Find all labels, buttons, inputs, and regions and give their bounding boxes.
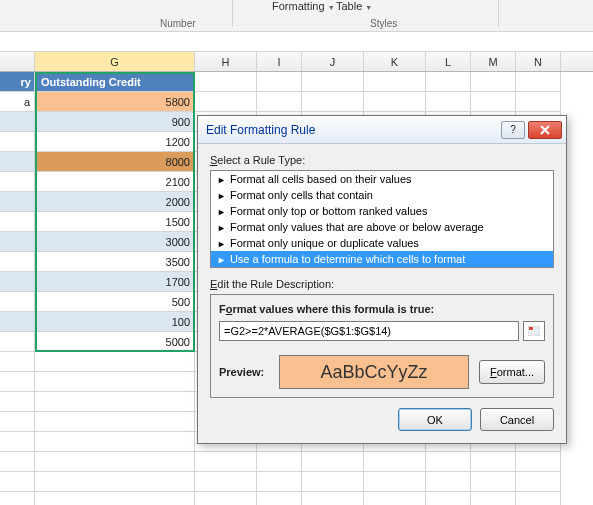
svg-rect-1 bbox=[529, 327, 533, 330]
table-cell-left[interactable] bbox=[0, 312, 35, 332]
table-cell-left[interactable] bbox=[0, 152, 35, 172]
rule-type-list[interactable]: ►Format all cells based on their values►… bbox=[210, 170, 554, 268]
formula-bar[interactable] bbox=[0, 32, 593, 52]
table-cell-credit[interactable]: 500 bbox=[35, 292, 195, 312]
table-header-outstanding-credit: Outstanding Credit bbox=[35, 72, 195, 92]
table-cell-left[interactable] bbox=[0, 192, 35, 212]
edit-formatting-rule-dialog: Edit Formatting Rule ? Select a Rule Typ… bbox=[197, 115, 567, 444]
table-cell-left[interactable] bbox=[0, 132, 35, 152]
table-cell-left[interactable] bbox=[0, 112, 35, 132]
select-rule-type-label: Select a Rule Type: bbox=[210, 154, 554, 166]
range-selector-button[interactable] bbox=[523, 321, 545, 341]
dialog-title: Edit Formatting Rule bbox=[206, 123, 501, 137]
ribbon: Formatting ▼ Table ▼ Number Styles bbox=[0, 0, 593, 32]
table-cell-credit[interactable]: 2100 bbox=[35, 172, 195, 192]
conditional-formatting-button[interactable]: Formatting ▼ bbox=[268, 0, 339, 12]
table-cell-left[interactable] bbox=[0, 272, 35, 292]
rule-type-item[interactable]: ►Format only top or bottom ranked values bbox=[211, 203, 553, 219]
table-cell-credit[interactable]: 2000 bbox=[35, 192, 195, 212]
col-header-J[interactable]: J bbox=[302, 52, 364, 71]
table-cell-credit[interactable]: 1200 bbox=[35, 132, 195, 152]
ribbon-group-styles: Styles bbox=[370, 18, 397, 29]
col-header-G[interactable]: G bbox=[35, 52, 195, 71]
rule-type-item[interactable]: ►Format all cells based on their values bbox=[211, 171, 553, 187]
svg-rect-4 bbox=[534, 331, 539, 335]
table-cell-left[interactable] bbox=[0, 232, 35, 252]
table-cell-credit[interactable]: 5000 bbox=[35, 332, 195, 352]
help-button[interactable]: ? bbox=[501, 121, 525, 139]
collapse-dialog-icon bbox=[528, 326, 540, 336]
preview-sample: AaBbCcYyZz bbox=[279, 355, 469, 389]
ribbon-group-number: Number bbox=[160, 18, 196, 29]
svg-rect-2 bbox=[534, 327, 539, 330]
cancel-button[interactable]: Cancel bbox=[480, 408, 554, 431]
svg-rect-3 bbox=[529, 331, 533, 335]
dialog-titlebar[interactable]: Edit Formatting Rule ? bbox=[198, 116, 566, 144]
table-cell-credit[interactable]: 1700 bbox=[35, 272, 195, 292]
table-header-left: ry bbox=[0, 72, 35, 92]
col-header-F[interactable] bbox=[0, 52, 35, 71]
table-cell-credit[interactable]: 1500 bbox=[35, 212, 195, 232]
rule-type-item[interactable]: ►Format only values that are above or be… bbox=[211, 219, 553, 235]
preview-label: Preview: bbox=[219, 366, 269, 378]
table-cell-left[interactable] bbox=[0, 332, 35, 352]
formula-input[interactable] bbox=[219, 321, 519, 341]
table-cell-left[interactable]: a bbox=[0, 92, 35, 112]
table-cell-left[interactable] bbox=[0, 212, 35, 232]
table-cell-left[interactable] bbox=[0, 292, 35, 312]
rule-type-item[interactable]: ►Use a formula to determine which cells … bbox=[211, 251, 553, 267]
col-header-I[interactable]: I bbox=[257, 52, 302, 71]
col-header-N[interactable]: N bbox=[516, 52, 561, 71]
rule-type-item[interactable]: ►Format only cells that contain bbox=[211, 187, 553, 203]
col-header-L[interactable]: L bbox=[426, 52, 471, 71]
close-icon bbox=[539, 125, 551, 135]
col-header-H[interactable]: H bbox=[195, 52, 257, 71]
table-cell-left[interactable] bbox=[0, 172, 35, 192]
format-as-table-button[interactable]: Table ▼ bbox=[332, 0, 376, 12]
col-header-M[interactable]: M bbox=[471, 52, 516, 71]
formula-label: Format values where this formula is true… bbox=[219, 303, 545, 315]
table-cell-credit[interactable]: 3000 bbox=[35, 232, 195, 252]
table-cell-credit[interactable]: 3500 bbox=[35, 252, 195, 272]
table-cell-credit[interactable]: 5800 bbox=[35, 92, 195, 112]
col-header-K[interactable]: K bbox=[364, 52, 426, 71]
ok-button[interactable]: OK bbox=[398, 408, 472, 431]
table-cell-credit[interactable]: 100 bbox=[35, 312, 195, 332]
edit-description-label: Edit the Rule Description: bbox=[210, 278, 554, 290]
rule-description-box: Format values where this formula is true… bbox=[210, 294, 554, 398]
close-button[interactable] bbox=[528, 121, 562, 139]
table-cell-left[interactable] bbox=[0, 252, 35, 272]
table-cell-credit[interactable]: 900 bbox=[35, 112, 195, 132]
format-button[interactable]: Format... bbox=[479, 360, 545, 384]
table-cell-credit[interactable]: 8000 bbox=[35, 152, 195, 172]
rule-type-item[interactable]: ►Format only unique or duplicate values bbox=[211, 235, 553, 251]
